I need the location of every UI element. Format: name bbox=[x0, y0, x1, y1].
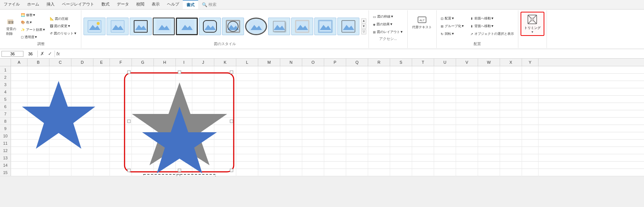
cell-G6[interactable] bbox=[132, 103, 154, 110]
cell-M13[interactable] bbox=[258, 154, 280, 162]
cell-K11[interactable] bbox=[214, 140, 236, 147]
cell-F2[interactable] bbox=[110, 74, 132, 81]
cell-U12[interactable] bbox=[434, 147, 456, 154]
cell-S4[interactable] bbox=[390, 88, 412, 96]
cell-C11[interactable] bbox=[49, 140, 71, 147]
rotate-button[interactable]: ↻ 回転▼ bbox=[439, 30, 466, 37]
cell-W3[interactable] bbox=[478, 81, 500, 88]
cell-B7[interactable] bbox=[27, 110, 49, 118]
cell-U1[interactable] bbox=[434, 66, 456, 74]
cell-M5[interactable] bbox=[258, 96, 280, 103]
style-thumb-5[interactable] bbox=[176, 18, 198, 35]
cell-D6[interactable] bbox=[71, 103, 93, 110]
cell-C2[interactable] bbox=[49, 74, 71, 81]
cell-S10[interactable] bbox=[390, 132, 412, 140]
cell-Y12[interactable] bbox=[522, 147, 538, 154]
cell-M11[interactable] bbox=[258, 140, 280, 147]
tab-help[interactable]: ヘルプ bbox=[163, 0, 183, 9]
style-thumb-4[interactable] bbox=[153, 18, 175, 35]
cell-J4[interactable] bbox=[192, 88, 214, 96]
cell-S12[interactable] bbox=[390, 147, 412, 154]
back-button[interactable]: ⬇ 背面へ移動▼ bbox=[469, 23, 516, 30]
cell-T7[interactable] bbox=[412, 110, 434, 118]
cell-F4[interactable] bbox=[110, 88, 132, 96]
cell-J9[interactable] bbox=[192, 125, 214, 132]
col-header-e[interactable]: E bbox=[93, 59, 110, 66]
cell-G5[interactable] bbox=[132, 96, 154, 103]
cell-W11[interactable] bbox=[478, 140, 500, 147]
cell-R13[interactable] bbox=[368, 154, 390, 162]
cell-D14[interactable] bbox=[71, 162, 93, 169]
cell-L3[interactable] bbox=[236, 81, 258, 88]
cell-A6[interactable] bbox=[11, 103, 27, 110]
cell-T15[interactable] bbox=[412, 169, 434, 176]
cell-V14[interactable] bbox=[456, 162, 478, 169]
change-picture-button[interactable]: 🖼 図の変更▼ bbox=[48, 23, 78, 30]
cell-J11[interactable] bbox=[192, 140, 214, 147]
col-header-g[interactable]: G bbox=[132, 59, 154, 66]
cell-Y5[interactable] bbox=[522, 96, 538, 103]
cell-A5[interactable] bbox=[11, 96, 27, 103]
col-header-v[interactable]: V bbox=[456, 59, 478, 66]
cell-E5[interactable] bbox=[93, 96, 110, 103]
cell-I7[interactable] bbox=[176, 110, 192, 118]
cell-L1[interactable] bbox=[236, 66, 258, 74]
cell-S13[interactable] bbox=[390, 154, 412, 162]
cell-J1[interactable] bbox=[192, 66, 214, 74]
cell-Y11[interactable] bbox=[522, 140, 538, 147]
cell-P1[interactable] bbox=[324, 66, 346, 74]
cell-M12[interactable] bbox=[258, 147, 280, 154]
cell-Q6[interactable] bbox=[346, 103, 368, 110]
cell-E1[interactable] bbox=[93, 66, 110, 74]
cell-D8[interactable] bbox=[71, 118, 93, 125]
cell-C6[interactable] bbox=[49, 103, 71, 110]
front-button[interactable]: ⬆ 前面へ移動▼ bbox=[469, 15, 516, 22]
cell-Q2[interactable] bbox=[346, 74, 368, 81]
cell-I1[interactable] bbox=[176, 66, 192, 74]
cell-K3[interactable] bbox=[214, 81, 236, 88]
cell-M9[interactable] bbox=[258, 125, 280, 132]
cell-N1[interactable] bbox=[280, 66, 302, 74]
cell-A14[interactable] bbox=[11, 162, 27, 169]
cell-X7[interactable] bbox=[500, 110, 522, 118]
cell-S8[interactable] bbox=[390, 118, 412, 125]
col-header-t[interactable]: T bbox=[412, 59, 434, 66]
cell-I6[interactable] bbox=[176, 103, 192, 110]
cell-N12[interactable] bbox=[280, 147, 302, 154]
cell-A11[interactable] bbox=[11, 140, 27, 147]
cell-D11[interactable] bbox=[71, 140, 93, 147]
cell-J14[interactable] bbox=[192, 162, 214, 169]
style-thumb-10[interactable] bbox=[291, 18, 313, 35]
cell-T3[interactable] bbox=[412, 81, 434, 88]
cell-W5[interactable] bbox=[478, 96, 500, 103]
cell-F1[interactable] bbox=[110, 66, 132, 74]
tab-home[interactable]: ホーム bbox=[23, 0, 43, 9]
cell-H10[interactable] bbox=[154, 132, 176, 140]
col-header-c[interactable]: C bbox=[49, 59, 71, 66]
cell-U4[interactable] bbox=[434, 88, 456, 96]
cell-B4[interactable] bbox=[27, 88, 49, 96]
cell-H1[interactable] bbox=[154, 66, 176, 74]
cell-R3[interactable] bbox=[368, 81, 390, 88]
cell-I3[interactable] bbox=[176, 81, 192, 88]
cell-Y2[interactable] bbox=[522, 74, 538, 81]
col-header-u[interactable]: U bbox=[434, 59, 456, 66]
style-thumb-9[interactable] bbox=[268, 18, 290, 35]
cell-G1[interactable] bbox=[132, 66, 154, 74]
cell-J7[interactable] bbox=[192, 110, 214, 118]
cell-D15[interactable] bbox=[71, 169, 93, 176]
style-thumb-3[interactable] bbox=[130, 18, 152, 35]
cell-B9[interactable] bbox=[27, 125, 49, 132]
cell-L2[interactable] bbox=[236, 74, 258, 81]
cell-G4[interactable] bbox=[132, 88, 154, 96]
cell-B13[interactable] bbox=[27, 154, 49, 162]
cell-I15[interactable] bbox=[176, 169, 192, 176]
cell-U6[interactable] bbox=[434, 103, 456, 110]
cell-U11[interactable] bbox=[434, 140, 456, 147]
bg-remove-button[interactable]: 背景 背景の削除 bbox=[4, 15, 18, 38]
name-box[interactable] bbox=[1, 51, 23, 57]
cell-C5[interactable] bbox=[49, 96, 71, 103]
cell-Q1[interactable] bbox=[346, 66, 368, 74]
cell-P10[interactable] bbox=[324, 132, 346, 140]
cell-L15[interactable] bbox=[236, 169, 258, 176]
